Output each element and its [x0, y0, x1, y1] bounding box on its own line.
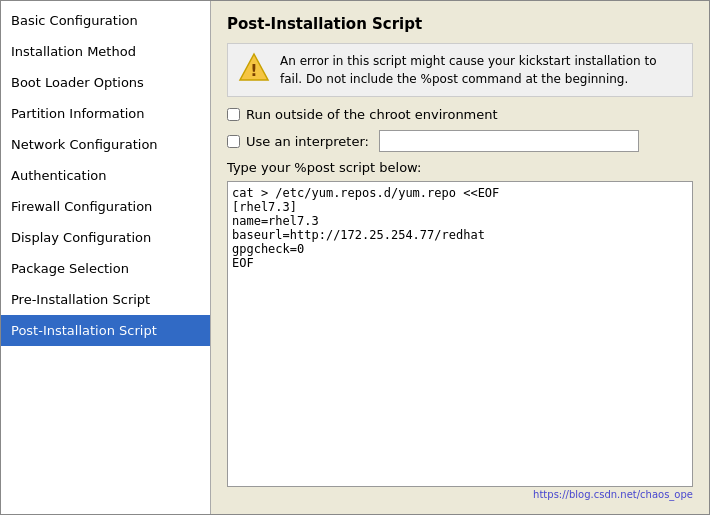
svg-text:!: !	[250, 61, 257, 80]
sidebar-item-package-selection[interactable]: Package Selection	[1, 253, 210, 284]
sidebar: Basic ConfigurationInstallation MethodBo…	[1, 1, 211, 514]
main-window: Basic ConfigurationInstallation MethodBo…	[0, 0, 710, 515]
chroot-label: Run outside of the chroot environment	[246, 107, 498, 122]
warning-box: ! An error in this script might cause yo…	[227, 43, 693, 97]
sidebar-item-partition-information[interactable]: Partition Information	[1, 98, 210, 129]
chroot-checkbox-row: Run outside of the chroot environment	[227, 107, 693, 122]
warning-text: An error in this script might cause your…	[280, 52, 682, 88]
sidebar-item-basic-configuration[interactable]: Basic Configuration	[1, 5, 210, 36]
chroot-checkbox[interactable]	[227, 108, 240, 121]
sidebar-item-boot-loader-options[interactable]: Boot Loader Options	[1, 67, 210, 98]
warning-icon: !	[238, 52, 270, 84]
interpreter-input[interactable]	[379, 130, 639, 152]
script-textarea[interactable]	[227, 181, 693, 487]
interpreter-label: Use an interpreter:	[246, 134, 369, 149]
sidebar-item-network-configuration[interactable]: Network Configuration	[1, 129, 210, 160]
sidebar-item-authentication[interactable]: Authentication	[1, 160, 210, 191]
sidebar-item-installation-method[interactable]: Installation Method	[1, 36, 210, 67]
section-title: Post-Installation Script	[227, 15, 693, 33]
sidebar-item-post-installation-script[interactable]: Post-Installation Script	[1, 315, 210, 346]
main-content: Post-Installation Script ! An error in t…	[211, 1, 709, 514]
script-label: Type your %post script below:	[227, 160, 693, 175]
interpreter-checkbox-row: Use an interpreter:	[227, 130, 693, 152]
interpreter-checkbox[interactable]	[227, 135, 240, 148]
sidebar-item-firewall-configuration[interactable]: Firewall Configuration	[1, 191, 210, 222]
sidebar-item-pre-installation-script[interactable]: Pre-Installation Script	[1, 284, 210, 315]
sidebar-item-display-configuration[interactable]: Display Configuration	[1, 222, 210, 253]
watermark: https://blog.csdn.net/chaos_ope	[227, 489, 693, 500]
